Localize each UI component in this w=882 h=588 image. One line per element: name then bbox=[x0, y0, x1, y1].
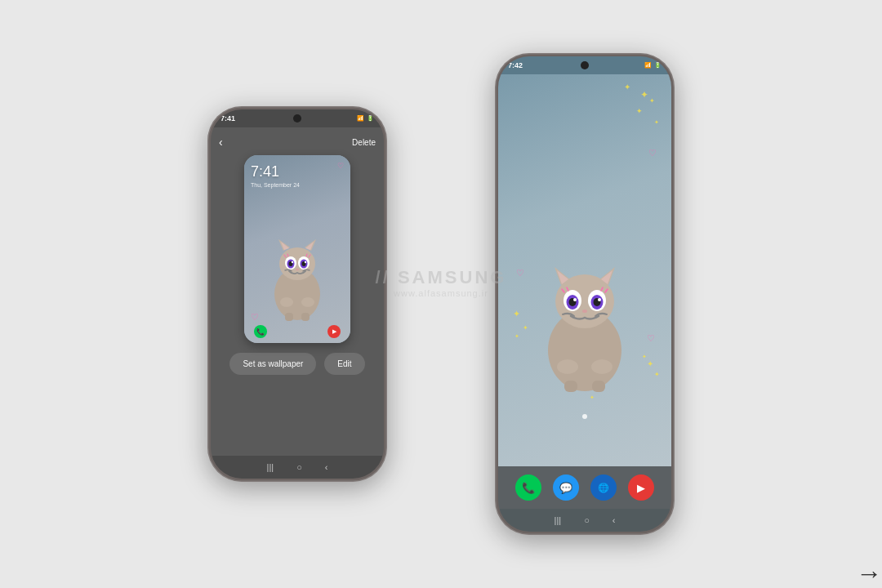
preview-bottom-icons: 📞 ▶ bbox=[244, 325, 350, 338]
sparkle-5: ✦ bbox=[624, 82, 630, 91]
svg-rect-42 bbox=[564, 381, 577, 392]
set-wallpaper-button[interactable]: Set as wallpaper bbox=[229, 353, 316, 375]
sparkle-1: ✦ bbox=[640, 89, 648, 100]
svg-rect-19 bbox=[285, 313, 293, 321]
right-nav-back[interactable]: ‹ bbox=[612, 515, 616, 525]
sticker-heart-left: ♡ bbox=[251, 312, 259, 323]
cat-wallpaper bbox=[523, 229, 646, 393]
right-phone-screen: 7:42 📶 🔋 ✦ ✦ ✦ ✦ ✦ ✦ ✦ ✦ bbox=[498, 56, 671, 532]
svg-point-45 bbox=[591, 359, 612, 374]
action-buttons: Set as wallpaper Edit bbox=[229, 353, 364, 375]
svg-point-21 bbox=[280, 297, 293, 307]
left-nav-bar: ||| ○ ‹ bbox=[211, 456, 384, 479]
preview-card-inner: 7:41 Thu, September 24 ♡ bbox=[244, 155, 350, 343]
left-status-time: 7:41 bbox=[220, 114, 235, 122]
scene: // SAMSUNG www.alfasamsung.ir 7:41 📶 🔋 bbox=[0, 0, 882, 588]
svg-rect-43 bbox=[592, 381, 605, 392]
right-status-bar: 7:42 📶 🔋 bbox=[498, 56, 671, 74]
right-status-icons: 📶 🔋 bbox=[644, 62, 662, 69]
left-status-icons: 📶 🔋 bbox=[357, 115, 374, 122]
sticker-heart-top: ♡ bbox=[337, 162, 344, 170]
dock-samsung-icon[interactable]: 🌐 bbox=[590, 474, 617, 501]
delete-button[interactable]: Delete bbox=[352, 138, 376, 147]
right-camera-notch bbox=[581, 61, 589, 69]
sparkle-4: ✦ bbox=[654, 119, 659, 126]
svg-point-13 bbox=[305, 261, 306, 263]
left-phone-screen: 7:41 📶 🔋 ‹ Delete bbox=[211, 109, 384, 479]
svg-point-22 bbox=[301, 297, 314, 307]
svg-point-1 bbox=[279, 247, 315, 280]
preview-phone-icon: 📞 bbox=[254, 325, 267, 338]
transition-arrow: → bbox=[856, 558, 882, 588]
svg-rect-20 bbox=[301, 313, 310, 321]
left-status-bar: 7:41 📶 🔋 bbox=[211, 109, 384, 127]
preview-time: 7:41 bbox=[244, 155, 350, 182]
cat-svg-right bbox=[523, 229, 646, 393]
phones-wrapper: 7:41 📶 🔋 ‹ Delete bbox=[0, 0, 882, 588]
right-nav-home[interactable]: ○ bbox=[584, 515, 590, 525]
sparkle-3: ✦ bbox=[636, 107, 643, 115]
svg-point-12 bbox=[292, 261, 293, 263]
sparkle-2: ✦ bbox=[649, 97, 655, 105]
right-status-time: 7:42 bbox=[508, 61, 523, 69]
right-nav-bar: ||| ○ ‹ bbox=[498, 509, 671, 532]
nav-back[interactable]: ‹ bbox=[325, 462, 328, 472]
svg-point-35 bbox=[573, 298, 577, 301]
nav-home[interactable]: ○ bbox=[296, 462, 302, 472]
left-phone: 7:41 📶 🔋 ‹ Delete bbox=[207, 106, 387, 482]
preview-date: Thu, September 24 bbox=[244, 182, 350, 188]
sparkle-13: ✦ bbox=[590, 394, 595, 401]
heart-1: ♡ bbox=[648, 148, 657, 158]
sparkle-10: ✦ bbox=[654, 371, 660, 378]
right-phone: 7:42 📶 🔋 ✦ ✦ ✦ ✦ ✦ ✦ ✦ ✦ bbox=[495, 53, 675, 535]
wallpaper-preview-card: 7:41 Thu, September 24 ♡ bbox=[244, 155, 350, 343]
page-indicator bbox=[582, 414, 587, 419]
nav-recent[interactable]: ||| bbox=[267, 462, 274, 472]
right-wallpaper: ✦ ✦ ✦ ✦ ✦ ✦ ✦ ✦ ✦ ✦ ✦ ✦ ✦ ♡ ♡ ♡ bbox=[498, 74, 671, 466]
preview-youtube-icon: ▶ bbox=[327, 325, 341, 338]
dock-messages-icon[interactable]: 💬 bbox=[553, 474, 579, 501]
cat-svg-left bbox=[261, 216, 334, 323]
left-screen-content: ‹ Delete 7:41 Thu, September 24 ♡ bbox=[211, 127, 384, 456]
sparkle-8: ✦ bbox=[514, 333, 519, 340]
svg-point-44 bbox=[557, 359, 578, 374]
sparkle-9: ✦ bbox=[647, 359, 653, 368]
dock-phone-icon[interactable]: 📞 bbox=[515, 474, 541, 501]
right-dock: 📞 💬 🌐 ▶ bbox=[498, 466, 671, 509]
dock-youtube-icon[interactable]: ▶ bbox=[628, 474, 654, 501]
cat-preview bbox=[261, 216, 334, 323]
camera-notch bbox=[293, 114, 301, 122]
left-top-bar: ‹ Delete bbox=[211, 132, 384, 155]
back-button[interactable]: ‹ bbox=[219, 136, 223, 149]
sparkle-6: ✦ bbox=[513, 309, 520, 319]
svg-point-36 bbox=[598, 298, 601, 301]
svg-point-18 bbox=[296, 269, 299, 270]
svg-point-41 bbox=[582, 310, 587, 313]
edit-button[interactable]: Edit bbox=[324, 353, 364, 375]
heart-3: ♡ bbox=[647, 333, 655, 344]
right-nav-recent[interactable]: ||| bbox=[555, 515, 562, 525]
